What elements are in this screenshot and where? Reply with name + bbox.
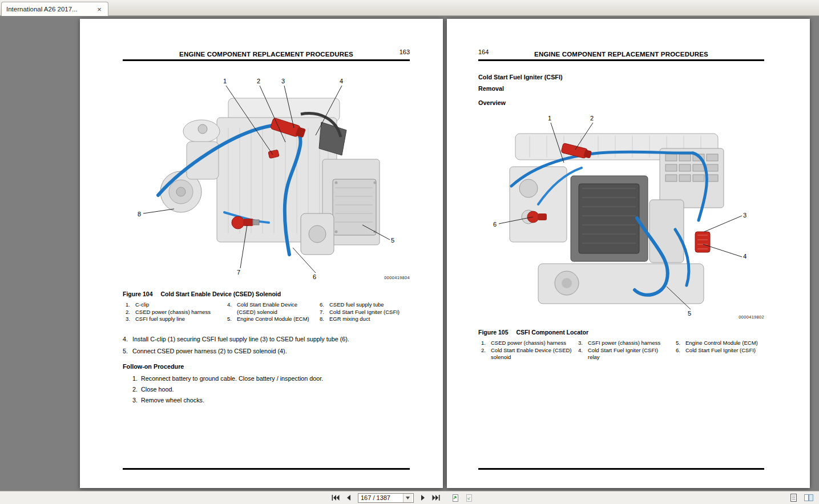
callout-4: 4 [743,253,747,260]
page-164: ENGINE COMPONENT REPLACEMENT PROCEDURES … [447,19,810,488]
callout-2: 2 [590,115,594,122]
next-page-button[interactable] [417,493,429,503]
figure-title: CSFI Component Locator [517,329,589,336]
header-rule [123,59,410,61]
legend-item: 5.Engine Control Module (ECM) [676,340,764,347]
legend-item: 2.Cold Start Enable Device (CSED) soleno… [481,347,575,361]
callout-6: 6 [493,221,497,228]
callout-4: 4 [340,78,343,84]
figure-caption: Figure 105CSFI Component Locator [478,329,764,336]
follow-on-step: 1.Reconnect battery to ground cable. Clo… [132,375,410,382]
procedure-step: 4.Install C-clip (1) securing CSFI fuel … [123,336,410,343]
callout-3: 3 [281,78,285,84]
callout-1: 1 [548,115,551,122]
legend-item: 1.CSED power (chassis) harness [481,340,575,347]
figure-104-illustration [123,76,410,279]
figure-caption: Figure 104Cold Start Enable Device (CSED… [123,291,410,297]
figure-105-illustration [478,114,764,321]
legend-item: 7.Cold Start Fuel Igniter (CSFI) [320,309,410,316]
figure-legend: 1.CSED power (chassis) harness 2.Cold St… [478,340,764,361]
figure-104: 1 2 3 4 5 6 7 8 0000419804 [123,76,410,279]
first-page-button[interactable] [330,493,341,503]
follow-on-step: 2.Close hood. [132,386,410,393]
previous-view-icon [450,494,459,502]
tab-close-icon[interactable]: × [95,6,103,13]
single-page-view-icon [789,493,798,502]
follow-on-title: Follow-on Procedure [123,363,410,370]
tab-bar: International A26 2017... × [0,0,819,16]
view-mode-group [788,491,814,504]
page-navigation [330,491,474,504]
follow-on-step: 3.Remove wheel chocks. [132,397,410,404]
view-history-group [449,493,474,503]
last-page-button[interactable] [430,493,442,503]
sub-heading-removal: Removal [478,85,764,92]
previous-view-button[interactable] [449,493,461,503]
page-header-title: ENGINE COMPONENT REPLACEMENT PROCEDURES [179,51,353,58]
first-page-icon [332,494,340,501]
callout-1: 1 [223,78,227,84]
procedure-step: 5.Connect CSED power harness (2) to CSED… [123,348,410,355]
header-rule [478,59,764,61]
sub-heading-overview: Overview [478,99,764,106]
figure-label: Figure 105 [478,329,509,336]
callout-5: 5 [391,237,394,244]
legend-item: 1.C-clip [126,301,224,309]
image-code: 0000419804 [384,275,410,280]
figure-legend: 1.C-clip 2.CSED power (chassis) harness … [123,301,410,323]
image-code: 0000419802 [739,315,764,320]
page-number: 164 [478,49,489,55]
legend-item: 2.CSED power (chassis) harness [126,309,224,316]
figure-title: Cold Start Enable Device (CSED) Solenoid [161,291,281,297]
legend-item: 8.EGR mixing duct [320,316,410,323]
app: { "window": { "tab_title": "Internationa… [0,0,819,504]
bottom-rule [478,468,764,470]
figure-105: 1 2 3 4 5 6 0000419802 [478,114,764,321]
legend-item: 3.CSFI power (chassis) harness [578,340,673,347]
tab-title: International A26 2017... [6,6,92,13]
legend-item: 4.Cold Start Fuel Igniter (CSFI) relay [578,347,673,361]
facing-pages-view-icon [804,493,814,502]
previous-page-icon [346,494,352,501]
legend-item: 3.CSFI fuel supply line [126,316,224,323]
previous-page-button[interactable] [343,493,354,503]
chevron-down-icon [406,497,410,499]
page-header: ENGINE COMPONENT REPLACEMENT PROCEDURES … [478,49,764,57]
single-page-view-button[interactable] [788,493,799,503]
next-view-icon [464,494,473,502]
legend-item: 6.CSED fuel supply tube [320,301,410,309]
page-number-input[interactable] [358,494,403,501]
section-heading: Cold Start Fuel Igniter (CSFI) [478,74,764,80]
callout-8: 8 [138,211,141,217]
page-dropdown-button[interactable] [403,494,412,502]
follow-on-steps: 1.Reconnect battery to ground cable. Clo… [132,375,410,404]
legend-item: 5.Engine Control Module (ECM) [227,316,317,323]
legend-item: 4.Cold Start Enable Device (CSED) soleno… [227,301,317,316]
callout-3: 3 [743,212,747,219]
callout-6: 6 [313,274,316,280]
bottom-rule [123,468,410,470]
callout-2: 2 [257,78,260,84]
page-163: ENGINE COMPONENT REPLACEMENT PROCEDURES … [80,19,443,488]
last-page-icon [432,494,440,501]
status-bar [0,491,819,504]
next-page-icon [420,494,426,501]
page-indicator-box [358,493,414,503]
callout-7: 7 [237,269,240,276]
callout-5: 5 [688,311,691,317]
page-header-title: ENGINE COMPONENT REPLACEMENT PROCEDURES [534,51,708,58]
facing-pages-view-button[interactable] [803,493,814,503]
procedure-steps: 4.Install C-clip (1) securing CSFI fuel … [123,336,410,355]
legend-item: 6.Cold Start Fuel Igniter (CSFI) [676,347,764,354]
page-header: ENGINE COMPONENT REPLACEMENT PROCEDURES … [123,49,410,57]
next-view-button[interactable] [463,493,474,503]
pdf-viewer[interactable]: ENGINE COMPONENT REPLACEMENT PROCEDURES … [0,16,819,491]
document-tab[interactable]: International A26 2017... × [1,2,108,16]
figure-label: Figure 104 [123,291,153,297]
page-number: 163 [400,49,410,55]
